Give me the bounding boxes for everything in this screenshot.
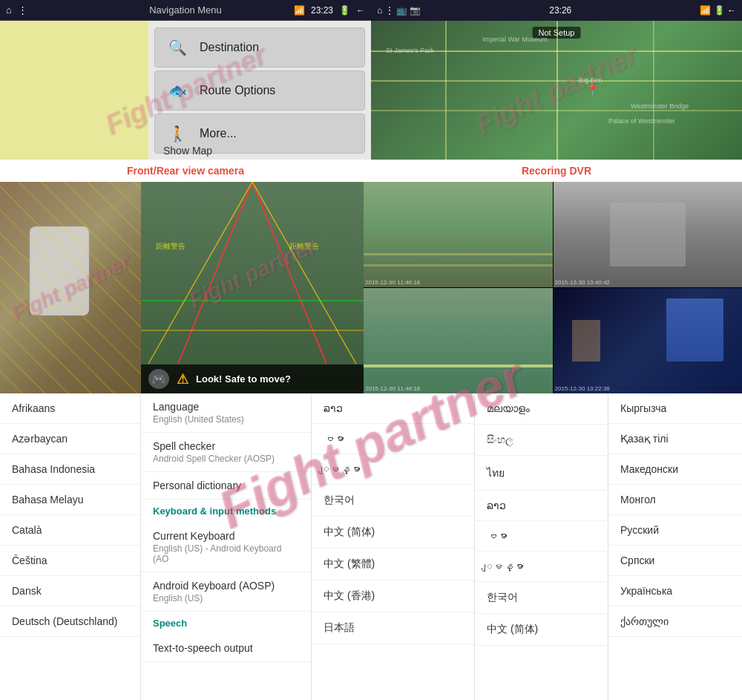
front-rear-label: Front/Rear view camera	[0, 160, 371, 182]
nav-menu-area: 🔍 Destination 🐟 Route Options 🚶 More...	[148, 21, 371, 160]
lang-col3-5[interactable]: ျမန္မာ	[475, 552, 608, 582]
settings-current-kb-sub: English (US) - Android Keyboard (AO	[153, 543, 299, 564]
parking-guide-svg: 距離警告 距離警告	[141, 182, 364, 364]
destination-menu-item[interactable]: 🔍 Destination	[154, 27, 365, 68]
settings-current-keyboard[interactable]: Current Keyboard English (US) - Android …	[141, 523, 311, 572]
settings-spell-title: Spell checker	[153, 440, 299, 452]
settings-android-keyboard[interactable]: Android Keyboard (AOSP) English (US)	[141, 572, 311, 612]
alert-triangle: ⚠	[177, 371, 188, 387]
lang-grid-col3: മലയാളം සිංහල ไทย ລາວ ဗမာ ျမန္မာ 한국어 中文 (…	[475, 393, 608, 700]
lang-item-deutsch[interactable]: Deutsch (Deutschland)	[0, 606, 140, 637]
settings-android-kb-title: Android Keyboard (AOSP)	[153, 580, 299, 592]
lang-item-bahasa-indonesia[interactable]: Bahasa Indonesia	[0, 454, 140, 485]
lang-list-left: Afrikaans Azərbaycan Bahasa Indonesia Ba…	[0, 393, 141, 700]
home-icon: ⌂	[6, 4, 12, 16]
dvr-label: Recoring DVR	[371, 160, 742, 182]
lang-col3-7[interactable]: 中文 (简体)	[475, 614, 608, 646]
lang-col2-7[interactable]: 日本語	[312, 612, 474, 644]
route-label: Route Options	[200, 84, 275, 97]
lang-col2-2[interactable]: ျမန္မာ	[312, 454, 474, 485]
nav-panel: ⌂ ⋮ Navigation Menu 📶 23:23 🔋 ← 🔍 Destin…	[0, 0, 371, 160]
lang-item-catala[interactable]: Català	[0, 515, 140, 546]
dvr-timestamp-3: 2015-12-30 11:46:18	[365, 385, 420, 392]
svg-text:距離警告: 距離警告	[156, 242, 186, 250]
nav-header-left: ⌂ ⋮	[6, 4, 27, 16]
camera-aerial-view: Fight partner	[0, 182, 141, 393]
camera-row: Fight partner 距離警告 距離警告 🎮 ⚠ Look! Safe t…	[0, 182, 742, 393]
dvr-timestamp-1: 2015-12-30 11:46:18	[365, 279, 420, 286]
dvr-thumb-2: 2015-12-30 13:40:42	[554, 182, 743, 287]
nav-map-area	[0, 21, 148, 160]
camera-center-img: 距離警告 距離警告	[141, 182, 364, 393]
lang-item-bahasa-melayu[interactable]: Bahasa Melayu	[0, 485, 140, 515]
settings-spell-sub: Android Spell Checker (AOSP)	[153, 454, 299, 464]
lang-col4-6[interactable]: Українська	[608, 576, 742, 606]
alert-icon: 🎮	[148, 369, 169, 389]
camera-parking-view: 距離警告 距離警告 🎮 ⚠ Look! Safe to move? Fight …	[141, 182, 364, 393]
map-label-1: St James's Park	[386, 47, 434, 54]
settings-language[interactable]: Language English (United States)	[141, 393, 311, 433]
settings-middle: Language English (United States) Spell c…	[141, 393, 312, 700]
more-icon: 🚶	[164, 120, 191, 147]
show-map-label[interactable]: Show Map	[163, 145, 212, 157]
lang-col4-3[interactable]: Монгол	[608, 485, 742, 515]
speech-section-header: Speech	[141, 612, 311, 635]
nav-title: Navigation Menu	[149, 4, 222, 16]
back-icon[interactable]: ←	[356, 5, 365, 16]
lang-col3-6[interactable]: 한국어	[475, 582, 608, 614]
parking-lines	[0, 182, 141, 393]
lang-col3-4[interactable]: ဗမာ	[475, 521, 608, 552]
lang-col2-3[interactable]: 한국어	[312, 485, 474, 517]
dvr-thumb-4: 2015-12-30 13:22:38	[554, 288, 743, 393]
route-options-menu-item[interactable]: 🐟 Route Options	[154, 71, 365, 111]
lang-item-cestina[interactable]: Čeština	[0, 546, 140, 576]
map-road-v1	[445, 21, 447, 160]
lang-col4-0[interactable]: Кыргызча	[608, 393, 742, 424]
battery-icon: 🔋	[339, 5, 350, 16]
wifi-icon: 📶	[294, 5, 305, 16]
svg-line-3	[252, 182, 356, 364]
lang-col3-2[interactable]: ไทย	[475, 456, 608, 491]
settings-spell-checker[interactable]: Spell checker Android Spell Checker (AOS…	[141, 433, 311, 472]
settings-language-title: Language	[153, 401, 299, 413]
map-road-v3	[653, 21, 654, 160]
lang-col2-5[interactable]: 中文 (繁體)	[312, 549, 474, 580]
settings-tts-title: Text-to-speech output	[153, 642, 299, 654]
lang-col2-6[interactable]: 中文 (香港)	[312, 580, 474, 612]
lang-col2-0[interactable]: ລາວ	[312, 393, 474, 424]
lang-col4-4[interactable]: Русский	[608, 515, 742, 546]
nav-header-right: 📶 23:23 🔋 ←	[294, 5, 365, 16]
gps-right-icons: 📶 🔋 ←	[700, 5, 736, 16]
lang-col4-7[interactable]: ქართული	[608, 606, 742, 637]
camera-dvr-grid: 2015-12-30 11:46:18 2015-12-30 13:40:42 …	[364, 182, 742, 393]
lang-grid-col4: Кыргызча Қазақ тілі Македонски Монгол Ру…	[608, 393, 742, 700]
lang-item-afrikaans[interactable]: Afrikaans	[0, 393, 140, 424]
svg-line-0	[178, 182, 252, 364]
gps-map-bg: Not Setup St James's Park Imperial War M…	[371, 21, 742, 160]
gps-header: ⌂ ⋮ 📺 📷 23:26 📶 🔋 ←	[371, 0, 742, 21]
svg-text:距離警告: 距離警告	[289, 242, 319, 250]
lang-col3-3[interactable]: ລາວ	[475, 491, 608, 521]
dvr-timestamp-4: 2015-12-30 13:22:38	[555, 385, 610, 392]
lang-col4-2[interactable]: Македонски	[608, 454, 742, 485]
lang-grid-col2: ລາວ ဗမာ ျမန္မာ 한국어 中文 (简体) 中文 (繁體) 中文 (香…	[312, 393, 475, 700]
lang-col2-4[interactable]: 中文 (简体)	[312, 517, 474, 549]
settings-tts[interactable]: Text-to-speech output	[141, 635, 311, 662]
lang-col3-0[interactable]: മലയാളം	[475, 393, 608, 425]
settings-personal-dict[interactable]: Personal dictionary	[141, 472, 311, 500]
lang-item-azerbaijani[interactable]: Azərbaycan	[0, 424, 140, 454]
lang-col4-5[interactable]: Српски	[608, 546, 742, 576]
map-label-palace: Palace of Westminster	[608, 117, 675, 125]
settings-android-kb-sub: English (US)	[153, 593, 299, 603]
lang-col3-1[interactable]: සිංහල	[475, 425, 608, 456]
settings-personal-dict-title: Personal dictionary	[153, 480, 299, 491]
lang-item-dansk[interactable]: Dansk	[0, 576, 140, 606]
svg-line-2	[148, 182, 252, 364]
lang-col2-1[interactable]: ဗမာ	[312, 424, 474, 454]
menu-icon: ⋮	[18, 4, 27, 16]
lang-col4-1[interactable]: Қазақ тілі	[608, 424, 742, 454]
gps-time: 23:26	[549, 5, 571, 16]
destination-label: Destination	[200, 41, 259, 54]
alert-text: Look! Safe to move?	[196, 373, 291, 385]
map-pin: 📍	[586, 84, 599, 96]
